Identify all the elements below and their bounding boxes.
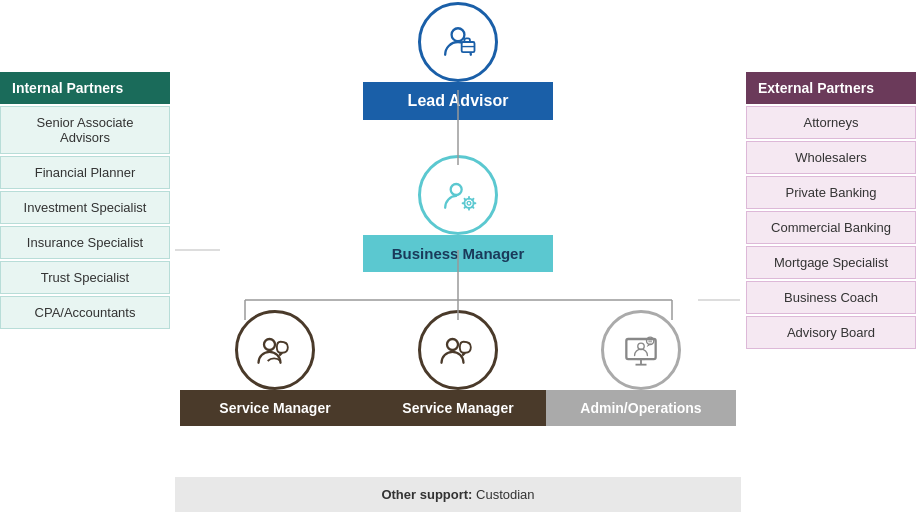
service-manager-1-icon xyxy=(235,310,315,390)
external-item-wholesalers: Wholesalers xyxy=(746,141,916,174)
internal-item-senior-associates: Senior Associate Advisors xyxy=(0,106,170,154)
service-manager-2-block: Service Manager xyxy=(363,310,553,426)
admin-operations-block: Admin/Operations xyxy=(546,310,736,426)
svg-point-22 xyxy=(264,339,275,350)
other-support-label: Other support: xyxy=(381,487,472,502)
org-chart-area: Lead Advisor xyxy=(175,0,741,528)
admin-operations-icon xyxy=(601,310,681,390)
external-item-advisory-board: Advisory Board xyxy=(746,316,916,349)
service-manager-2-label: Service Manager xyxy=(363,390,553,426)
external-partners-panel: External Partners Attorneys Wholesalers … xyxy=(746,72,916,349)
external-item-business-coach: Business Coach xyxy=(746,281,916,314)
lead-advisor-icon xyxy=(418,2,498,82)
service-manager-2-icon xyxy=(418,310,498,390)
lead-advisor-block: Lead Advisor xyxy=(363,2,553,120)
external-item-private-banking: Private Banking xyxy=(746,176,916,209)
diagram-container: Internal Partners Senior Associate Advis… xyxy=(0,0,916,528)
svg-line-21 xyxy=(465,206,466,207)
business-manager-icon xyxy=(418,155,498,235)
other-support-value: Custodian xyxy=(472,487,534,502)
svg-line-18 xyxy=(465,199,466,200)
external-item-attorneys: Attorneys xyxy=(746,106,916,139)
internal-item-financial-planner: Financial Planner xyxy=(0,156,170,189)
svg-point-13 xyxy=(467,201,471,205)
svg-point-23 xyxy=(447,339,458,350)
business-manager-block: Business Manager xyxy=(363,155,553,272)
svg-point-8 xyxy=(452,28,465,41)
lead-advisor-label: Lead Advisor xyxy=(363,82,553,120)
other-support-bar: Other support: Custodian xyxy=(175,477,741,512)
internal-item-insurance-specialist: Insurance Specialist xyxy=(0,226,170,259)
svg-line-20 xyxy=(472,199,473,200)
admin-operations-label: Admin/Operations xyxy=(546,390,736,426)
internal-partners-header: Internal Partners xyxy=(0,72,170,104)
internal-partners-panel: Internal Partners Senior Associate Advis… xyxy=(0,72,170,329)
internal-item-trust-specialist: Trust Specialist xyxy=(0,261,170,294)
external-partners-header: External Partners xyxy=(746,72,916,104)
svg-point-11 xyxy=(451,184,462,195)
business-manager-label: Business Manager xyxy=(363,235,553,272)
internal-item-investment-specialist: Investment Specialist xyxy=(0,191,170,224)
external-item-commercial-banking: Commercial Banking xyxy=(746,211,916,244)
svg-line-19 xyxy=(472,206,473,207)
service-manager-1-block: Service Manager xyxy=(180,310,370,426)
service-manager-1-label: Service Manager xyxy=(180,390,370,426)
internal-item-cpa: CPA/Accountants xyxy=(0,296,170,329)
external-item-mortgage-specialist: Mortgage Specialist xyxy=(746,246,916,279)
